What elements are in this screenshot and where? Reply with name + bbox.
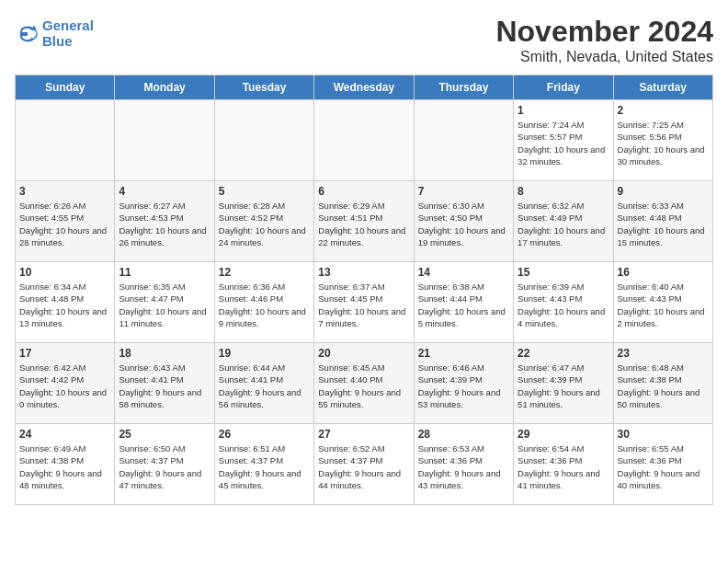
calendar-cell: 2Sunrise: 7:25 AM Sunset: 5:56 PM Daylig…: [613, 100, 712, 181]
day-info: Sunrise: 6:36 AM Sunset: 4:46 PM Dayligh…: [219, 281, 310, 329]
day-info: Sunrise: 6:34 AM Sunset: 4:48 PM Dayligh…: [19, 281, 110, 329]
calendar-cell: 5Sunrise: 6:28 AM Sunset: 4:52 PM Daylig…: [214, 181, 313, 262]
day-number: 21: [418, 347, 509, 360]
day-info: Sunrise: 7:24 AM Sunset: 5:57 PM Dayligh…: [518, 119, 609, 167]
column-header-thursday: Thursday: [414, 75, 513, 100]
day-number: 15: [518, 266, 609, 279]
day-number: 17: [19, 347, 110, 360]
week-row: 24Sunrise: 6:49 AM Sunset: 4:38 PM Dayli…: [16, 424, 713, 505]
week-row: 3Sunrise: 6:26 AM Sunset: 4:55 PM Daylig…: [16, 181, 713, 262]
day-info: Sunrise: 6:42 AM Sunset: 4:42 PM Dayligh…: [19, 362, 110, 410]
calendar-cell: 6Sunrise: 6:29 AM Sunset: 4:51 PM Daylig…: [314, 181, 414, 262]
calendar-cell: 23Sunrise: 6:48 AM Sunset: 4:38 PM Dayli…: [613, 343, 712, 424]
calendar-cell: 21Sunrise: 6:46 AM Sunset: 4:39 PM Dayli…: [414, 343, 513, 424]
calendar-cell: 4Sunrise: 6:27 AM Sunset: 4:53 PM Daylig…: [115, 181, 214, 262]
day-number: 22: [518, 347, 609, 360]
day-info: Sunrise: 6:35 AM Sunset: 4:47 PM Dayligh…: [119, 281, 210, 329]
day-number: 26: [219, 428, 310, 441]
calendar-cell: [16, 100, 115, 181]
calendar-cell: 30Sunrise: 6:55 AM Sunset: 4:36 PM Dayli…: [613, 424, 712, 505]
day-number: 12: [219, 266, 310, 279]
week-row: 1Sunrise: 7:24 AM Sunset: 5:57 PM Daylig…: [16, 100, 713, 181]
day-number: 6: [318, 185, 409, 198]
day-info: Sunrise: 6:28 AM Sunset: 4:52 PM Dayligh…: [219, 200, 310, 248]
day-number: 27: [318, 428, 409, 441]
day-number: 1: [518, 104, 609, 117]
calendar-cell: 16Sunrise: 6:40 AM Sunset: 4:43 PM Dayli…: [613, 262, 712, 343]
week-row: 10Sunrise: 6:34 AM Sunset: 4:48 PM Dayli…: [16, 262, 713, 343]
calendar-cell: [115, 100, 214, 181]
calendar-cell: [414, 100, 513, 181]
calendar-cell: 1Sunrise: 7:24 AM Sunset: 5:57 PM Daylig…: [514, 100, 613, 181]
day-number: 20: [318, 347, 409, 360]
day-number: 10: [19, 266, 110, 279]
day-info: Sunrise: 6:33 AM Sunset: 4:48 PM Dayligh…: [618, 200, 709, 248]
calendar-cell: 26Sunrise: 6:51 AM Sunset: 4:37 PM Dayli…: [214, 424, 313, 505]
calendar-cell: 9Sunrise: 6:33 AM Sunset: 4:48 PM Daylig…: [613, 181, 712, 262]
column-header-friday: Friday: [514, 75, 613, 100]
calendar-cell: 22Sunrise: 6:47 AM Sunset: 4:39 PM Dayli…: [514, 343, 613, 424]
header-row: SundayMondayTuesdayWednesdayThursdayFrid…: [16, 75, 713, 100]
calendar-cell: 20Sunrise: 6:45 AM Sunset: 4:40 PM Dayli…: [314, 343, 414, 424]
day-info: Sunrise: 6:50 AM Sunset: 4:37 PM Dayligh…: [119, 442, 210, 491]
calendar-cell: 11Sunrise: 6:35 AM Sunset: 4:47 PM Dayli…: [115, 262, 214, 343]
day-number: 11: [119, 266, 210, 279]
week-row: 17Sunrise: 6:42 AM Sunset: 4:42 PM Dayli…: [16, 343, 713, 424]
page-title: November 2024: [495, 15, 713, 49]
day-number: 28: [418, 428, 509, 441]
calendar-cell: 25Sunrise: 6:50 AM Sunset: 4:37 PM Dayli…: [115, 424, 214, 505]
day-number: 13: [318, 266, 409, 279]
day-info: Sunrise: 6:46 AM Sunset: 4:39 PM Dayligh…: [418, 362, 509, 410]
day-info: Sunrise: 6:39 AM Sunset: 4:43 PM Dayligh…: [518, 281, 609, 329]
day-info: Sunrise: 6:26 AM Sunset: 4:55 PM Dayligh…: [19, 200, 110, 248]
column-header-monday: Monday: [115, 75, 214, 100]
day-info: Sunrise: 6:54 AM Sunset: 4:36 PM Dayligh…: [518, 442, 609, 491]
calendar-cell: 10Sunrise: 6:34 AM Sunset: 4:48 PM Dayli…: [16, 262, 115, 343]
calendar-cell: 18Sunrise: 6:43 AM Sunset: 4:41 PM Dayli…: [115, 343, 214, 424]
calendar-cell: 7Sunrise: 6:30 AM Sunset: 4:50 PM Daylig…: [414, 181, 513, 262]
calendar-cell: 13Sunrise: 6:37 AM Sunset: 4:45 PM Dayli…: [314, 262, 414, 343]
calendar-cell: 12Sunrise: 6:36 AM Sunset: 4:46 PM Dayli…: [214, 262, 313, 343]
day-info: Sunrise: 6:51 AM Sunset: 4:37 PM Dayligh…: [219, 442, 310, 491]
title-section: November 2024 Smith, Nevada, United Stat…: [495, 15, 713, 65]
calendar-cell: 27Sunrise: 6:52 AM Sunset: 4:37 PM Dayli…: [314, 424, 414, 505]
calendar-cell: 8Sunrise: 6:32 AM Sunset: 4:49 PM Daylig…: [514, 181, 613, 262]
day-number: 4: [119, 185, 210, 198]
day-number: 7: [418, 185, 509, 198]
column-header-tuesday: Tuesday: [214, 75, 313, 100]
day-number: 14: [418, 266, 509, 279]
day-number: 3: [19, 185, 110, 198]
day-number: 25: [119, 428, 210, 441]
day-info: Sunrise: 6:55 AM Sunset: 4:36 PM Dayligh…: [618, 442, 709, 491]
day-info: Sunrise: 6:43 AM Sunset: 4:41 PM Dayligh…: [119, 362, 210, 410]
calendar-table: SundayMondayTuesdayWednesdayThursdayFrid…: [15, 75, 713, 505]
day-number: 9: [618, 185, 709, 198]
column-header-wednesday: Wednesday: [314, 75, 414, 100]
calendar-cell: 19Sunrise: 6:44 AM Sunset: 4:41 PM Dayli…: [214, 343, 313, 424]
day-number: 24: [19, 428, 110, 441]
logo-text: General Blue: [42, 18, 94, 49]
calendar-cell: [314, 100, 414, 181]
day-info: Sunrise: 6:52 AM Sunset: 4:37 PM Dayligh…: [318, 442, 409, 491]
day-info: Sunrise: 6:47 AM Sunset: 4:39 PM Dayligh…: [518, 362, 609, 410]
calendar-cell: 28Sunrise: 6:53 AM Sunset: 4:36 PM Dayli…: [414, 424, 513, 505]
day-number: 8: [518, 185, 609, 198]
day-info: Sunrise: 6:29 AM Sunset: 4:51 PM Dayligh…: [318, 200, 409, 248]
logo-icon: [15, 21, 40, 47]
day-number: 2: [618, 104, 709, 117]
day-number: 16: [618, 266, 709, 279]
page-subtitle: Smith, Nevada, United States: [495, 49, 713, 65]
column-header-saturday: Saturday: [613, 75, 712, 100]
calendar-cell: 29Sunrise: 6:54 AM Sunset: 4:36 PM Dayli…: [514, 424, 613, 505]
page-header: General Blue November 2024 Smith, Nevada…: [15, 15, 713, 65]
calendar-cell: 3Sunrise: 6:26 AM Sunset: 4:55 PM Daylig…: [16, 181, 115, 262]
day-info: Sunrise: 6:37 AM Sunset: 4:45 PM Dayligh…: [318, 281, 409, 329]
day-number: 30: [618, 428, 709, 441]
day-info: Sunrise: 7:25 AM Sunset: 5:56 PM Dayligh…: [618, 119, 709, 167]
calendar-cell: 14Sunrise: 6:38 AM Sunset: 4:44 PM Dayli…: [414, 262, 513, 343]
day-number: 18: [119, 347, 210, 360]
day-info: Sunrise: 6:38 AM Sunset: 4:44 PM Dayligh…: [418, 281, 509, 329]
calendar-cell: 15Sunrise: 6:39 AM Sunset: 4:43 PM Dayli…: [514, 262, 613, 343]
day-number: 23: [618, 347, 709, 360]
day-number: 29: [518, 428, 609, 441]
